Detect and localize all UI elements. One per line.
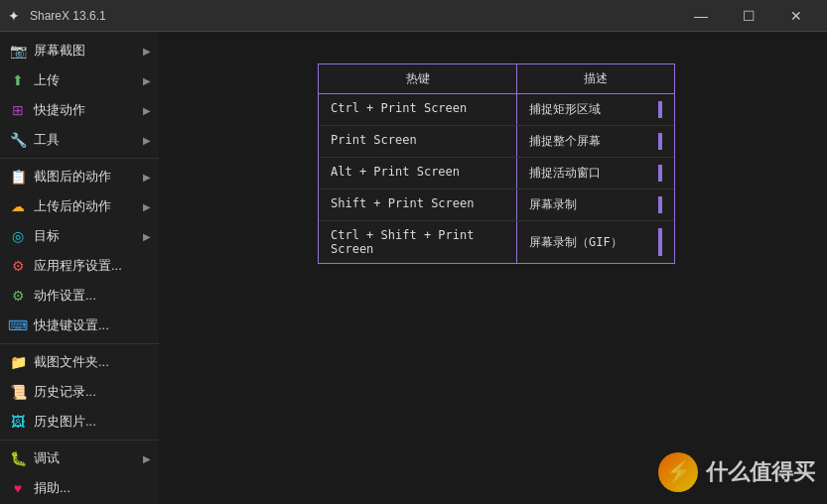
close-button[interactable]: ✕ [773,0,819,32]
title-bar-left: ✦ ShareX 13.6.1 [8,8,106,24]
sidebar-item-after-capture[interactable]: 📋 截图后的动作 ▶ [0,162,159,191]
desc-text: 屏幕录制（GIF） [529,234,622,251]
watermark-text: 什么值得买 [706,457,815,487]
sidebar-item-debug[interactable]: 🐛 调试 ▶ [0,443,159,473]
bar-indicator [658,196,662,213]
sidebar-item-label-action-settings: 动作设置... [34,287,151,305]
sidebar-item-screenshot[interactable]: 📷 屏幕截图 ▶ [0,36,159,65]
maximize-button[interactable]: ☐ [726,0,771,32]
hotkey-cell: Ctrl + Shift + Print Screen [319,221,517,263]
submenu-arrow-actions: ▶ [143,105,151,116]
sidebar-menu: 📷 屏幕截图 ▶ ⬆ 上传 ▶ ⊞ 快捷动作 ▶ 🔧 工具 ▶ 📋 截图后的动作… [0,32,159,504]
sidebar-item-label-image-history: 历史图片... [34,413,151,431]
sidebar-item-label-after-capture: 截图后的动作 [34,168,143,186]
menu-divider [0,343,159,344]
bar-indicator [658,133,662,150]
desc-cell: 屏幕录制 [517,189,674,220]
sidebar-item-label-history: 历史记录... [34,383,151,401]
submenu-arrow-tools: ▶ [143,135,151,146]
watermark-icon: ⚡ [658,452,698,492]
submenu-arrow-screenshot: ▶ [143,46,151,57]
title-bar: ✦ ShareX 13.6.1 — ☐ ✕ [0,0,827,32]
col-header-desc: 描述 [517,64,674,93]
sidebar-item-label-folder: 截图文件夹... [34,353,151,371]
sidebar-item-label-target: 目标 [34,227,143,245]
menu-divider [0,440,159,441]
sidebar-item-label-debug: 调试 [34,449,143,467]
submenu-arrow-after-upload: ▶ [143,201,151,212]
hotkey-submenu: 热键 描述 Ctrl + Print Screen 捕捉矩形区域 Print S… [318,63,675,264]
sidebar-item-history[interactable]: 📜 历史记录... [0,377,159,407]
hotkey-cell: Print Screen [319,126,517,157]
desc-cell: 捕捉活动窗口 [517,158,674,189]
hotkey-row[interactable]: Print Screen 捕捉整个屏幕 [319,126,674,158]
window-controls: — ☐ ✕ [678,0,819,32]
submenu-arrow-after-capture: ▶ [143,172,151,183]
desc-text: 捕捉活动窗口 [529,165,601,182]
bar-indicator [658,228,662,256]
sidebar-item-actions[interactable]: ⊞ 快捷动作 ▶ [0,95,159,125]
sidebar-item-label-hotkey-settings: 快捷键设置... [34,316,151,334]
desc-cell: 屏幕录制（GIF） [517,221,674,263]
sidebar-item-label-app-settings: 应用程序设置... [34,257,151,275]
sidebar-item-hotkey-settings[interactable]: ⌨ 快捷键设置... [0,311,159,340]
hotkey-cell: Shift + Print Screen [319,189,517,220]
hotkey-row[interactable]: Alt + Print Screen 捕捉活动窗口 [319,158,674,189]
sidebar-item-image-history[interactable]: 🖼 历史图片... [0,407,159,437]
desc-text: 捕捉矩形区域 [529,101,601,118]
sidebar-item-tools[interactable]: 🔧 工具 ▶ [0,125,159,155]
desc-cell: 捕捉矩形区域 [517,94,674,125]
main-content: 📷 屏幕截图 ▶ ⬆ 上传 ▶ ⊞ 快捷动作 ▶ 🔧 工具 ▶ 📋 截图后的动作… [0,32,827,504]
desc-text: 捕捉整个屏幕 [529,133,601,150]
col-header-hotkey: 热键 [319,64,517,93]
desc-text: 屏幕录制 [529,196,577,213]
app-title: ShareX 13.6.1 [30,9,106,23]
desc-cell: 捕捉整个屏幕 [517,126,674,157]
sidebar-item-after-upload[interactable]: ☁ 上传后的动作 ▶ [0,191,159,221]
sidebar-item-label-donate: 捐助... [34,479,151,497]
sidebar-item-app-settings[interactable]: ⚙ 应用程序设置... [0,251,159,281]
hotkey-row[interactable]: Ctrl + Shift + Print Screen 屏幕录制（GIF） [319,221,674,263]
bar-indicator [658,101,662,118]
hotkey-cell: Ctrl + Print Screen [319,94,517,125]
watermark: ⚡ 什么值得买 [658,452,815,492]
submenu-header: 热键 描述 [319,64,674,94]
bar-indicator [658,165,662,182]
sidebar-item-folder[interactable]: 📁 截图文件夹... [0,347,159,377]
right-panel: 热键 描述 Ctrl + Print Screen 捕捉矩形区域 Print S… [159,32,827,504]
sidebar-item-label-upload: 上传 [34,71,143,89]
app-icon: ✦ [8,8,24,24]
hotkey-row[interactable]: Ctrl + Print Screen 捕捉矩形区域 [319,94,674,126]
hotkey-row[interactable]: Shift + Print Screen 屏幕录制 [319,189,674,221]
sidebar-item-upload[interactable]: ⬆ 上传 ▶ [0,65,159,95]
submenu-arrow-debug: ▶ [143,453,151,464]
sidebar-item-label-after-upload: 上传后的动作 [34,197,143,215]
minimize-button[interactable]: — [678,0,724,32]
sidebar-item-label-tools: 工具 [34,131,143,149]
sidebar-item-donate[interactable]: ♥ 捐助... [0,473,159,503]
submenu-arrow-target: ▶ [143,231,151,242]
submenu-arrow-upload: ▶ [143,75,151,86]
hotkey-cell: Alt + Print Screen [319,158,517,189]
sidebar-item-action-settings[interactable]: ⚙ 动作设置... [0,281,159,311]
menu-divider [0,158,159,159]
sidebar-item-label-actions: 快捷动作 [34,101,143,119]
sidebar-item-label-screenshot: 屏幕截图 [34,42,143,60]
sidebar-item-target[interactable]: ◎ 目标 ▶ [0,221,159,251]
